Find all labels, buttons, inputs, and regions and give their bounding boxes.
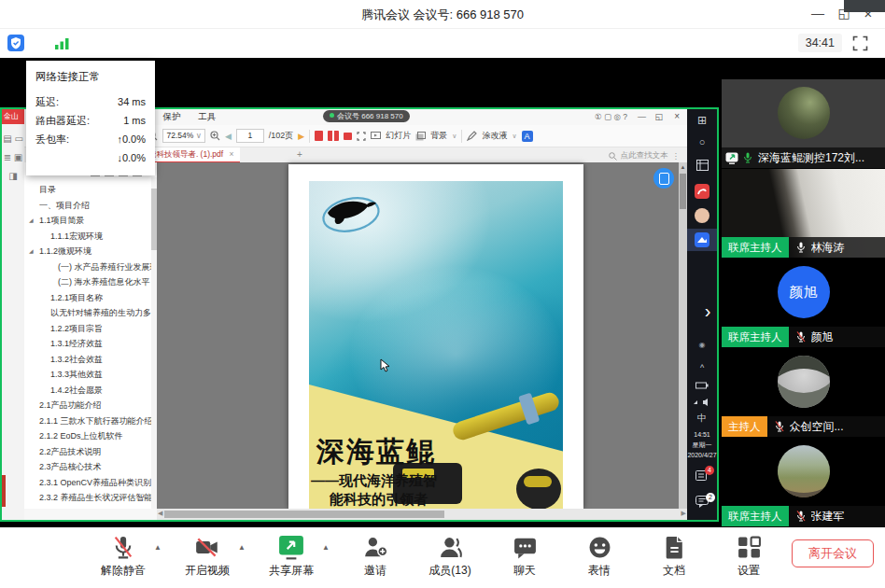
- participant-tile[interactable]: 主持人 众创空间...: [722, 348, 885, 437]
- page-number-input[interactable]: [236, 129, 264, 143]
- bookmark-item[interactable]: 一、项目介绍: [24, 198, 157, 214]
- bookmark-item[interactable]: 2.2产品技术说明: [24, 444, 157, 460]
- find-options-icon[interactable]: ⋮: [672, 151, 681, 161]
- input-method-indicator[interactable]: 中: [687, 412, 717, 425]
- taskbar-red-app-icon[interactable]: [695, 184, 709, 199]
- pdf-restore-button[interactable]: ◱: [654, 112, 663, 121]
- pen-dropdown-caret[interactable]: ∨: [512, 133, 516, 140]
- taskbar-avatar-app-icon[interactable]: [695, 208, 709, 223]
- participant-tile[interactable]: 深海蓝鲲测控172刘...: [722, 79, 885, 168]
- pdf-menu-extra-icons[interactable]: ① ▢ ◎ ?: [595, 112, 627, 121]
- find-text-field[interactable]: 点此查找文本 ⋮: [609, 150, 681, 161]
- bookmark-item[interactable]: 2.3产品核心技术: [24, 459, 157, 475]
- bookmark-item[interactable]: 1.1项目简景: [24, 213, 157, 229]
- bookmark-item[interactable]: 1.3.3其他效益: [24, 367, 157, 383]
- bookmark-item[interactable]: (二) 海水养殖信息化水平: [24, 274, 157, 290]
- tray-clock-weekday[interactable]: 星期一: [687, 441, 717, 450]
- windows-start-icon[interactable]: ⊞: [687, 114, 717, 127]
- zoom-level-select[interactable]: 72.54% ∨: [162, 129, 204, 143]
- bookmark-item[interactable]: 2.3.2 养殖品生长状况评估智能管控...: [24, 490, 157, 506]
- slideshow-icon[interactable]: [371, 132, 381, 141]
- bookmark-item[interactable]: 1.3.2社会效益: [24, 352, 157, 368]
- find-text-placeholder: 点此查找文本: [621, 150, 668, 161]
- share-screen-button[interactable]: 共享屏幕 ▲: [265, 535, 317, 579]
- video-options-caret[interactable]: ▲: [238, 543, 246, 552]
- bookmark-item[interactable]: 以无针对辅养殖的生动力多番散生...: [24, 305, 157, 321]
- bookmark-item[interactable]: 2.1.2 EoDs上位机软件: [24, 428, 157, 444]
- settings-grid-icon: [737, 535, 762, 560]
- bookmark-item[interactable]: (一) 水产品养殖行业发展现状: [24, 259, 157, 275]
- tray-expand-chevron[interactable]: ^: [687, 363, 717, 372]
- invite-button[interactable]: 邀请: [349, 535, 401, 579]
- continuous-mode-icon[interactable]: [344, 133, 352, 140]
- background-dropdown-caret[interactable]: ∨: [452, 133, 457, 140]
- tencent-meeting-window: 腾讯会议 会议号: 666 918 570 — ◱ × 34:41 金山 ▤ ▭…: [0, 0, 885, 588]
- docs-button[interactable]: 文档: [648, 535, 700, 579]
- bookmark-item[interactable]: 目录: [24, 182, 157, 198]
- next-page-icon[interactable]: ▶: [298, 132, 304, 141]
- tray-clock-time[interactable]: 14:51: [687, 430, 717, 440]
- tray-chat-icon[interactable]: 2: [687, 496, 717, 508]
- tray-network-volume-icons[interactable]: [687, 397, 717, 406]
- mic-options-caret[interactable]: ▲: [154, 543, 162, 552]
- fullscreen-icon[interactable]: [852, 35, 868, 51]
- taskbar-meeting-app-icon[interactable]: [695, 232, 709, 247]
- menu-protect[interactable]: 保护: [163, 111, 181, 123]
- tray-battery-icon[interactable]: [687, 382, 717, 389]
- document-vscrollbar[interactable]: ▲: [679, 162, 687, 509]
- sidebar-collapse-chevron[interactable]: ›: [698, 297, 717, 327]
- members-button[interactable]: 成员(13): [424, 535, 476, 579]
- emoji-button[interactable]: 表情: [573, 535, 625, 579]
- settings-button[interactable]: 设置: [723, 535, 775, 579]
- pen-icon[interactable]: [467, 131, 477, 141]
- cortana-search-icon[interactable]: ○: [687, 136, 717, 147]
- bookmark-item[interactable]: 1.2.1项目名称: [24, 290, 157, 306]
- avatar: 颜旭: [778, 266, 830, 318]
- zoom-in-icon[interactable]: [210, 131, 220, 141]
- bookmark-item[interactable]: 1.3.1经济效益: [24, 336, 157, 352]
- background-icon[interactable]: [415, 132, 426, 141]
- task-view-icon[interactable]: [687, 160, 717, 171]
- pdf-close-button[interactable]: ×: [674, 111, 680, 121]
- share-options-caret[interactable]: ▲: [322, 543, 330, 552]
- security-shield-icon[interactable]: [7, 35, 24, 51]
- bookmark-item[interactable]: 1.1.2微观环境: [24, 244, 157, 259]
- pen-label[interactable]: 涂改液: [482, 130, 507, 142]
- document-hscrollbar[interactable]: ◀ ▶: [157, 509, 687, 520]
- maximize-button[interactable]: ◱: [835, 6, 853, 21]
- mic-muted-icon: [774, 420, 785, 433]
- whale-logo-icon: [320, 192, 382, 235]
- prev-page-icon[interactable]: ◀: [225, 132, 232, 141]
- network-signal-icon[interactable]: [54, 36, 71, 49]
- background-label[interactable]: 背景: [430, 130, 447, 142]
- tray-people-icon[interactable]: ◉: [687, 341, 717, 349]
- leave-meeting-button[interactable]: 离开会议: [792, 539, 874, 567]
- mobile-view-float-button[interactable]: [653, 168, 674, 189]
- tray-clock-date[interactable]: 2020/4/27: [687, 451, 717, 460]
- notification-center-icon[interactable]: 4: [687, 469, 717, 482]
- bookmark-item[interactable]: 1.2.2项目宗旨: [24, 321, 157, 337]
- start-video-button[interactable]: 开启视频 ▲: [181, 535, 233, 579]
- pdf-minimize-button[interactable]: —: [638, 112, 646, 121]
- bookmark-item[interactable]: 2.1产品功能介绍: [24, 398, 157, 413]
- tab-close-icon[interactable]: ×: [230, 149, 234, 159]
- participant-tile[interactable]: 联席主持人 张建军: [722, 438, 885, 526]
- chat-button[interactable]: 聊天: [499, 535, 551, 579]
- new-tab-button[interactable]: +: [297, 149, 302, 160]
- fit-window-icon[interactable]: [357, 132, 366, 141]
- participant-tile[interactable]: 颜旭 联席主持人 颜旭: [722, 259, 885, 347]
- bookmark-item[interactable]: 2.1.1 三款水下航行器功能介绍: [24, 413, 157, 429]
- close-button[interactable]: ×: [859, 6, 878, 21]
- unmute-button[interactable]: 解除静音 ▲: [97, 535, 149, 579]
- minimize-button[interactable]: —: [808, 6, 827, 21]
- double-page-mode-icon[interactable]: [328, 131, 339, 141]
- menu-tools[interactable]: 工具: [198, 111, 216, 123]
- poster-subtitle-line2: 能科技的引领者: [330, 491, 428, 509]
- bookmark-item[interactable]: 2.3.1 OpenCV养殖品种类识别取样...: [24, 475, 157, 491]
- single-page-mode-icon[interactable]: [315, 131, 323, 141]
- participant-tile[interactable]: 联席主持人 林海涛: [722, 169, 885, 258]
- font-tool-icon[interactable]: A: [522, 131, 533, 142]
- slideshow-label[interactable]: 幻灯片: [386, 130, 411, 142]
- bookmark-item[interactable]: 1.1.1宏观环境: [24, 229, 157, 245]
- bookmark-item[interactable]: 1.4.2社会愿景: [24, 383, 157, 399]
